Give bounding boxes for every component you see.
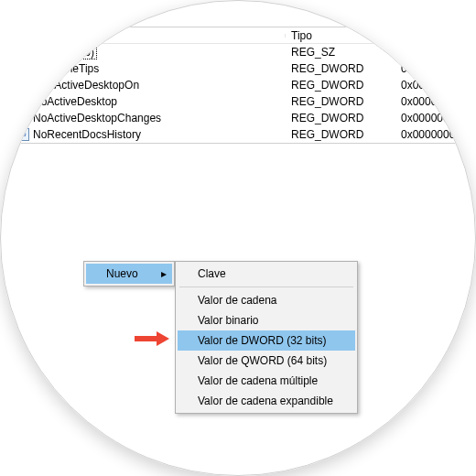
row-name: NoActiveDesktopChanges [33,112,161,124]
context-menu-submenu: Clave Valor de cadena Valor binario Valo… [175,261,358,414]
menu-item-label: Valor de cadena múltiple [198,374,318,387]
dword-value-icon [16,128,29,141]
column-header-type[interactable]: Tipo [286,27,395,44]
menu-item-label: Valor de cadena expandible [198,395,333,407]
column-header-name[interactable] [11,34,286,38]
dword-value-icon [16,112,29,124]
menu-item-valor-multi[interactable]: Valor de cadena múltiple [178,371,355,391]
dword-value-icon [16,95,29,108]
menu-item-clave[interactable]: Clave [178,264,355,284]
registry-list-pane: Tipo Datos eterminado)REG_SZ(valor noowO… [10,27,476,144]
table-row[interactable]: owOnlineTipsREG_DWORD0x00000000 [11,60,476,77]
row-type: REG_DWORD [286,111,395,125]
column-header-data[interactable]: Datos [395,27,476,44]
context-menu-primary: Nuevo ▸ [83,261,175,287]
dword-value-icon [16,62,29,75]
row-data: 0x00000000 (0) [395,127,476,142]
row-name: eterminado) [33,45,97,60]
table-row[interactable]: orceActiveDesktopOnREG_DWORD0x00000000 [11,77,476,93]
column-header-row: Tipo Datos [11,27,476,44]
row-data: (valor no [395,45,476,60]
row-name: NoActiveDesktop [33,95,117,108]
row-name: NoRecentDocsHistory [33,128,141,141]
table-row[interactable]: NoRecentDocsHistoryREG_DWORD0x00000000 (… [11,126,476,143]
menu-item-label: Clave [198,267,226,280]
menu-item-valor-binario[interactable]: Valor binario [178,310,355,330]
menu-item-label: Nuevo [106,267,138,280]
menu-item-label: Valor de QWORD (64 bits) [198,354,327,367]
row-data: 0x00000000 [395,78,476,92]
menu-item-valor-qword[interactable]: Valor de QWORD (64 bits) [178,351,355,371]
table-row[interactable]: eterminado)REG_SZ(valor no [11,44,476,60]
row-name: owOnlineTips [33,62,99,75]
annotation-arrow-icon [135,331,169,346]
menu-separator [179,287,353,287]
menu-item-label: Valor de cadena [198,294,277,307]
menu-item-label: Valor de DWORD (32 bits) [198,334,326,347]
circular-viewport: Tipo Datos eterminado)REG_SZ(valor noowO… [0,0,476,476]
row-type: REG_DWORD [286,127,395,142]
row-data: 0x00000001 (1) [395,94,476,109]
menu-item-valor-cadena[interactable]: Valor de cadena [178,290,355,310]
string-value-icon [16,46,29,59]
table-row[interactable]: NoActiveDesktopREG_DWORD0x00000001 (1) [11,93,476,110]
submenu-arrow-icon: ▸ [161,267,167,280]
row-type: REG_DWORD [286,94,395,109]
row-type: REG_DWORD [286,61,395,76]
row-data: 0x00000000 [395,61,476,76]
menu-item-valor-dword[interactable]: Valor de DWORD (32 bits) [178,330,355,351]
dword-value-icon [16,79,29,92]
registry-rows: eterminado)REG_SZ(valor noowOnlineTipsRE… [11,44,476,143]
row-type: REG_SZ [286,45,395,60]
menu-item-label: Valor binario [198,314,258,327]
menu-item-valor-expandible[interactable]: Valor de cadena expandible [178,391,355,411]
menu-item-nuevo[interactable]: Nuevo ▸ [86,264,172,284]
row-type: REG_DWORD [286,78,395,92]
row-name: orceActiveDesktopOn [33,79,139,92]
table-row[interactable]: NoActiveDesktopChangesREG_DWORD0x0000000… [11,110,476,126]
row-data: 0x00000001 (1) [395,111,476,125]
